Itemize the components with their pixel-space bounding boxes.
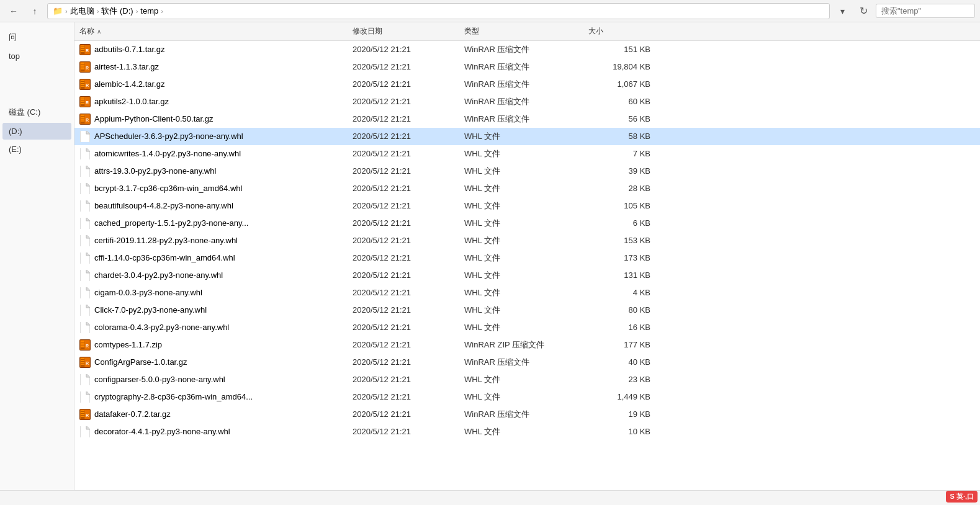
table-row[interactable]: decorator-4.4.1-py2.py3-none-any.whl 202… xyxy=(74,423,980,440)
svg-rect-69 xyxy=(81,358,84,359)
svg-rect-40 xyxy=(81,117,84,118)
table-row[interactable]: R ConfigArgParse-1.0.tar.gz 2020/5/12 21… xyxy=(74,354,980,371)
file-name: chardet-3.0.4-py2.py3-none-any.whl xyxy=(79,270,353,281)
sidebar-item-e[interactable]: (E:) xyxy=(2,141,71,158)
col-type-header[interactable]: 类型 xyxy=(464,26,588,37)
file-date: 2020/5/12 21:21 xyxy=(353,236,464,245)
sidebar-item-d[interactable]: (D:) xyxy=(2,123,71,140)
sidebar-item-0[interactable]: 问 xyxy=(2,28,71,47)
sougou-icon: S 英·,口 xyxy=(946,491,978,503)
file-size: 16 KB xyxy=(588,323,663,332)
svg-text:R: R xyxy=(86,344,89,348)
file-name: cigam-0.0.3-py3-none-any.whl xyxy=(79,287,353,298)
winrar-icon: R xyxy=(79,357,91,368)
table-row[interactable]: R alembic-1.4.2.tar.gz 2020/5/12 21:21 W… xyxy=(74,76,980,93)
file-size: 173 KB xyxy=(588,253,663,262)
file-date: 2020/5/12 21:21 xyxy=(353,97,464,106)
svg-rect-61 xyxy=(81,342,84,344)
breadcrumb-drive[interactable]: 软件 (D:) xyxy=(101,6,133,17)
search-input[interactable] xyxy=(876,4,975,18)
file-date: 2020/5/12 21:21 xyxy=(353,184,464,193)
svg-rect-60 xyxy=(81,341,84,342)
table-row[interactable]: colorama-0.4.3-py2.py3-none-any.whl 2020… xyxy=(74,319,980,336)
table-row[interactable]: cached_property-1.5.1-py2.py3-none-any..… xyxy=(74,215,980,232)
column-headers: 名称 ∧ 修改日期 类型 大小 xyxy=(74,22,980,41)
table-row[interactable]: R adbutils-0.7.1.tar.gz 2020/5/12 21:21 … xyxy=(74,41,980,58)
whl-icon xyxy=(79,218,91,229)
winrar-icon: R xyxy=(79,79,91,90)
table-row[interactable]: chardet-3.0.4-py2.py3-none-any.whl 2020/… xyxy=(74,267,980,284)
breadcrumb[interactable]: 📁 › 此电脑 › 软件 (D:) › temp › xyxy=(47,3,830,19)
whl-icon xyxy=(79,235,91,246)
file-type: WinRAR 压缩文件 xyxy=(464,357,588,368)
breadcrumb-computer[interactable]: 此电脑 xyxy=(70,6,94,17)
table-row[interactable]: attrs-19.3.0-py2.py3-none-any.whl 2020/5… xyxy=(74,163,980,180)
refresh-button[interactable]: ↻ xyxy=(855,2,872,20)
svg-text:R: R xyxy=(86,83,89,87)
winrar-icon: R xyxy=(79,339,91,351)
address-bar: ← ↑ 📁 › 此电脑 › 软件 (D:) › temp › ▾ ↻ xyxy=(0,0,980,22)
col-date-header[interactable]: 修改日期 xyxy=(353,26,464,37)
table-row[interactable]: R airtest-1.1.3.tar.gz 2020/5/12 21:21 W… xyxy=(74,58,980,76)
dropdown-button[interactable]: ▾ xyxy=(834,2,851,20)
main-layout: 问 top 磁盘 (C:) (D:) (E:) 名称 ∧ 修改日期 类型 大小 xyxy=(0,22,980,490)
file-date: 2020/5/12 21:21 xyxy=(353,427,464,436)
table-row[interactable]: R datafaker-0.7.2.tar.gz 2020/5/12 21:21… xyxy=(74,406,980,423)
file-size: 19 KB xyxy=(588,409,663,419)
file-date: 2020/5/12 21:21 xyxy=(353,149,464,158)
table-row[interactable]: cryptography-2.8-cp36-cp36m-win_amd64...… xyxy=(74,388,980,406)
col-size-header[interactable]: 大小 xyxy=(588,26,663,37)
table-row[interactable]: bcrypt-3.1.7-cp36-cp36m-win_amd64.whl 20… xyxy=(74,180,980,197)
sidebar-item-1[interactable]: top xyxy=(2,48,71,65)
up-button[interactable]: ↑ xyxy=(26,2,43,20)
file-type: WHL 文件 xyxy=(464,322,588,333)
table-row[interactable]: beautifulsoup4-4.8.2-py3-none-any.whl 20… xyxy=(74,197,980,215)
table-row[interactable]: Click-7.0-py2.py3-none-any.whl 2020/5/12… xyxy=(74,302,980,319)
svg-rect-32 xyxy=(81,101,84,102)
svg-rect-6 xyxy=(81,51,84,52)
svg-rect-41 xyxy=(81,118,84,120)
file-type: WHL 文件 xyxy=(464,183,588,194)
table-row[interactable]: APScheduler-3.6.3-py2.py3-none-any.whl 2… xyxy=(74,128,980,145)
svg-rect-22 xyxy=(81,82,84,83)
col-name-header[interactable]: 名称 ∧ xyxy=(79,26,353,37)
svg-rect-24 xyxy=(81,86,84,87)
file-size: 1,067 KB xyxy=(588,79,663,89)
file-type: WinRAR 压缩文件 xyxy=(464,114,588,125)
file-size: 1,449 KB xyxy=(588,392,663,401)
table-row[interactable]: R comtypes-1.1.7.zip 2020/5/12 21:21 Win… xyxy=(74,336,980,354)
whl-icon xyxy=(79,200,91,212)
whl-icon xyxy=(79,374,91,385)
winrar-icon: R xyxy=(79,61,91,73)
file-date: 2020/5/12 21:21 xyxy=(353,166,464,176)
sidebar-item-c[interactable]: 磁盘 (C:) xyxy=(2,103,71,122)
file-date: 2020/5/12 21:21 xyxy=(353,218,464,228)
svg-rect-42 xyxy=(81,120,84,122)
file-size: 153 KB xyxy=(588,236,663,245)
file-type: WHL 文件 xyxy=(464,305,588,316)
table-row[interactable]: atomicwrites-1.4.0-py2.py3-none-any.whl … xyxy=(74,145,980,163)
file-type: WHL 文件 xyxy=(464,253,588,264)
table-row[interactable]: certifi-2019.11.28-py2.py3-none-any.whl … xyxy=(74,232,980,249)
table-row[interactable]: R apkutils2-1.0.0.tar.gz 2020/5/12 21:21… xyxy=(74,93,980,110)
whl-icon xyxy=(79,305,91,316)
file-name: cffi-1.14.0-cp36-cp36m-win_amd64.whl xyxy=(79,253,353,264)
table-row[interactable]: cigam-0.0.3-py3-none-any.whl 2020/5/12 2… xyxy=(74,284,980,302)
file-size: 131 KB xyxy=(588,270,663,280)
breadcrumb-folder[interactable]: temp xyxy=(140,6,158,16)
svg-rect-23 xyxy=(81,84,84,85)
file-name: cached_property-1.5.1-py2.py3-none-any..… xyxy=(79,218,353,229)
winrar-icon: R xyxy=(79,114,91,125)
file-date: 2020/5/12 21:21 xyxy=(353,357,464,367)
svg-text:R: R xyxy=(86,101,89,105)
svg-rect-14 xyxy=(81,66,84,68)
svg-rect-12 xyxy=(81,63,84,64)
file-date: 2020/5/12 21:21 xyxy=(353,253,464,262)
file-name: Click-7.0-py2.py3-none-any.whl xyxy=(79,305,353,316)
file-name: configparser-5.0.0-py3-none-any.whl xyxy=(79,374,353,385)
table-row[interactable]: cffi-1.14.0-cp36-cp36m-win_amd64.whl 202… xyxy=(74,249,980,267)
file-name: R airtest-1.1.3.tar.gz xyxy=(79,61,353,73)
table-row[interactable]: R Appium-Python-Client-0.50.tar.gz 2020/… xyxy=(74,110,980,128)
table-row[interactable]: configparser-5.0.0-py3-none-any.whl 2020… xyxy=(74,371,980,388)
back-button[interactable]: ← xyxy=(5,2,22,20)
